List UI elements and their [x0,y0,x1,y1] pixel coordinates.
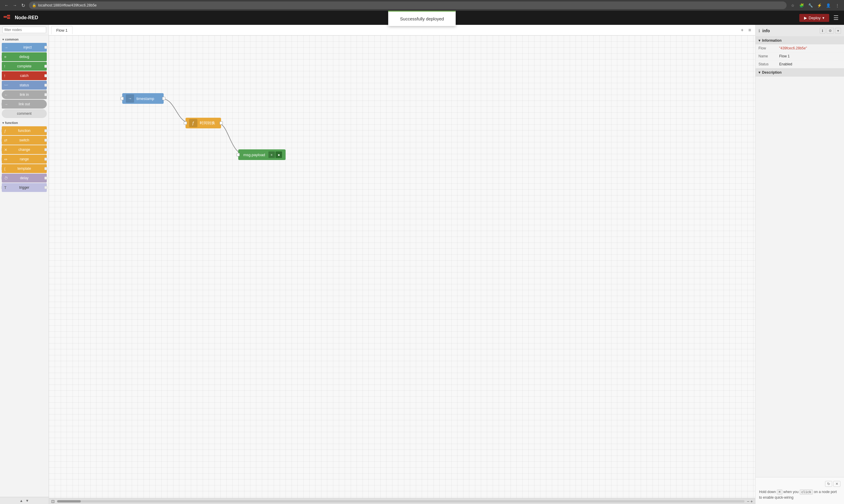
node-delay[interactable]: ⏱ delay [2,174,47,182]
debug-label: debug [19,55,29,59]
tab-actions: + ≡ [739,27,753,33]
trigger-icon: T [4,185,6,190]
lock-icon: 🔒 [32,3,36,7]
debug-list-btn[interactable]: ≡ [268,151,275,158]
cmd-key: ⌘ [777,489,783,494]
sidebar-down-btn[interactable]: ▼ [25,499,29,503]
catch-label: catch [20,74,29,78]
footer-hint: Hold down ⌘ when you click on a node por… [759,490,837,500]
svg-line-3 [6,16,7,17]
template-icon: { [4,166,5,171]
flow-value: "439fcec6.28b5e" [779,46,807,50]
panel-info-btn[interactable]: ℹ [820,28,825,34]
chevron-icon: ▾ [2,38,4,41]
canvas-bottom: ⊡ − + [49,498,755,504]
node-template[interactable]: { template [2,164,47,173]
star-button[interactable]: ☆ [789,1,797,9]
flow-menu-button[interactable]: ≡ [746,27,753,33]
node-comment[interactable]: comment [2,109,47,118]
function-icon: ƒ [4,129,6,133]
node-function[interactable]: ƒ function [2,126,47,135]
description-section: ▾ Description [756,69,844,77]
node-sidebar: ▾ common → inject ≡ debug [0,25,49,504]
sidebar-bottom: ▲ ▼ [0,497,49,504]
footer-refresh-btn[interactable]: ↻ [825,481,832,487]
complete-icon: ! [4,64,5,69]
canvas-node-shijian-zhuanhuan[interactable]: ƒ 时间转换 [186,118,221,128]
main-content: ▾ common → inject ≡ debug [0,25,844,504]
flow-tab-label: Flow 1 [56,28,68,33]
back-button[interactable]: ← [3,2,10,9]
profile-button[interactable]: 👤 [825,1,832,9]
svg-rect-0 [3,16,6,18]
change-icon: ✕ [4,148,7,152]
canvas-node-msg-payload[interactable]: msg.payload ≡ ■ [238,149,285,160]
node-change[interactable]: ✕ change [2,145,47,154]
deploy-button[interactable]: ▶ Deploy ▾ [799,14,829,22]
payload-port-left[interactable] [236,153,240,157]
category-function-label: function [5,121,18,125]
node-catch[interactable]: ! catch [2,71,47,80]
svg-line-4 [6,17,7,18]
panel-settings-btn[interactable]: ⚙ [827,28,834,34]
change-port-right [45,148,47,151]
range-label: range [20,157,29,161]
flow-tab-flow1[interactable]: Flow 1 [51,26,72,34]
switch-icon: ⇄ [4,138,7,143]
shijian-port-right[interactable] [219,122,223,125]
zoom-out-button[interactable]: − [747,499,749,504]
delay-port-right [45,177,47,180]
right-panel-header: ℹ info ℹ ⚙ ▾ [756,25,844,37]
link-out-label: link out [19,102,30,106]
description-chevron: ▾ [758,70,760,74]
address-bar[interactable]: 🔒 localhost:1880/#flow/439fcec6.28b5e [29,1,787,9]
panel-chevron-btn[interactable]: ▾ [835,28,841,34]
template-label: template [17,166,31,171]
footer-close-btn[interactable]: ✕ [833,481,841,487]
function-port-right [45,129,47,132]
node-trigger[interactable]: T trigger [2,183,47,192]
name-label: Name [758,54,779,58]
fit-view-button[interactable]: ⊡ [51,499,55,504]
delay-label: delay [20,176,29,180]
canvas-node-timestamp[interactable]: → timestamp [122,93,164,104]
function-label: function [18,129,31,133]
node-switch[interactable]: ⇄ switch [2,136,47,145]
canvas-area: Flow 1 + ≡ [49,25,755,504]
node-link-out[interactable]: → link out [2,100,47,109]
topbar: Node-RED Successfully deployed ▶ Deploy … [0,11,844,25]
zoom-in-button[interactable]: + [751,499,753,504]
flow-canvas[interactable]: → timestamp ƒ 时间转换 [49,36,755,498]
node-debug[interactable]: ≡ debug [2,52,47,61]
node-status[interactable]: 〰 status [2,81,47,90]
timestamp-port-right[interactable] [162,97,165,100]
node-complete[interactable]: ! complete [2,62,47,71]
flow-label: Flow [758,46,779,50]
description-section-header[interactable]: ▾ Description [756,69,844,76]
status-label: status [19,83,29,87]
sidebar-up-btn[interactable]: ▲ [19,499,23,503]
menu-button[interactable]: ⋮ [833,1,841,9]
wires-svg [49,36,755,498]
timestamp-port-left[interactable] [120,97,124,100]
extension1-button[interactable]: 🧩 [798,1,806,9]
information-section: ▾ Information Flow "439fcec6.28b5e" Name… [756,37,844,69]
reload-button[interactable]: ↻ [19,2,27,9]
node-link-in[interactable]: ← link in [2,90,47,99]
filter-nodes-input[interactable] [2,26,46,33]
debug-power-btn[interactable]: ■ [276,151,282,158]
info-tab-icon: ℹ [758,29,760,33]
add-flow-button[interactable]: + [739,27,745,33]
shijian-port-left[interactable] [184,122,187,125]
node-range[interactable]: ⇔ range [2,155,47,164]
extension3-button[interactable]: ⚡ [815,1,823,9]
information-section-header[interactable]: ▾ Information [756,37,844,44]
node-inject[interactable]: → inject [2,43,47,52]
horizontal-scrollbar[interactable] [57,500,744,503]
forward-button[interactable]: → [11,2,18,9]
extension2-button[interactable]: 🔧 [807,1,814,9]
hamburger-menu[interactable]: ☰ [831,13,841,23]
inject-port-right [45,46,47,49]
category-function[interactable]: ▾ function [0,119,49,126]
category-common[interactable]: ▾ common [0,35,49,42]
